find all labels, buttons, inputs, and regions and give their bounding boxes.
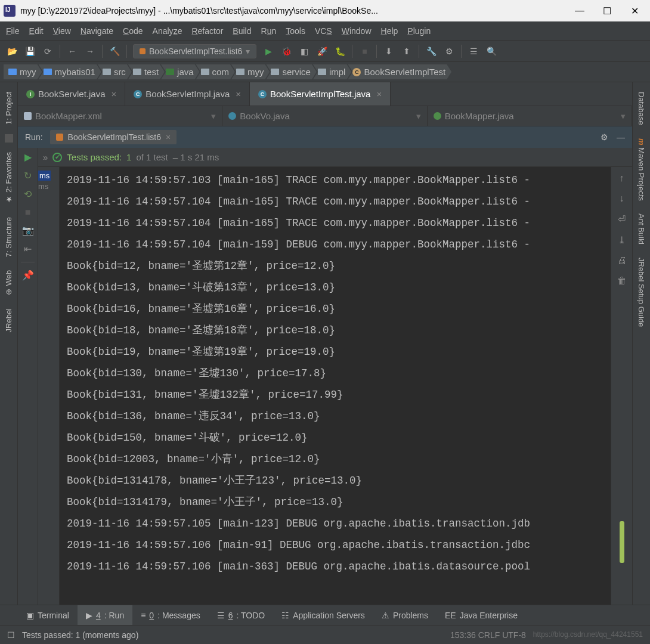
tab-bookservlet[interactable]: IBookServlet.java× bbox=[18, 82, 125, 106]
runconfig-icon bbox=[140, 48, 146, 54]
tab-web[interactable]: ⊕ Web bbox=[3, 267, 14, 299]
tab-maven[interactable]: m Maven Projects bbox=[636, 135, 647, 205]
open-icon[interactable]: 📂 bbox=[6, 45, 18, 57]
minimize-panel-icon[interactable]: — bbox=[617, 132, 625, 142]
run-config-selector[interactable]: BookServletImplTest.list6 ▾ bbox=[133, 44, 256, 58]
toggle-autotest-icon[interactable]: ⟲ bbox=[24, 188, 32, 200]
close-icon[interactable]: × bbox=[112, 89, 117, 99]
close-icon[interactable]: × bbox=[166, 132, 171, 142]
dump-icon[interactable]: 📷 bbox=[22, 225, 34, 236]
settings-icon[interactable]: ⚙ bbox=[443, 45, 455, 57]
crumb-class[interactable]: CBookServletImplTest bbox=[348, 64, 451, 79]
tab-jrebel[interactable]: JRebel bbox=[3, 305, 14, 336]
menu-help[interactable]: Help bbox=[381, 26, 398, 36]
close-button[interactable]: ✕ bbox=[629, 5, 640, 17]
tab-favorites[interactable]: ★ 2: Favorites bbox=[3, 148, 14, 208]
close-icon[interactable]: × bbox=[236, 89, 241, 99]
crumb-java[interactable]: java bbox=[161, 64, 200, 79]
forward-icon[interactable]: → bbox=[84, 45, 96, 57]
soft-wrap-icon[interactable]: ⏎ bbox=[618, 213, 626, 225]
vcs-update-icon[interactable]: ⬇ bbox=[383, 45, 395, 57]
build-icon[interactable]: 🔨 bbox=[109, 45, 120, 57]
up-icon[interactable]: ↑ bbox=[620, 173, 624, 184]
crumb-com[interactable]: com bbox=[196, 64, 235, 79]
tab-jrebel-guide[interactable]: JRebel Setup Guide bbox=[636, 254, 647, 330]
pin-icon[interactable]: 📌 bbox=[22, 270, 34, 281]
menu-tools[interactable]: Tools bbox=[286, 26, 305, 36]
tab-bookservletimpltest[interactable]: CBookServletImplTest.java× bbox=[250, 82, 391, 106]
close-icon[interactable]: × bbox=[376, 89, 382, 99]
clear-icon[interactable]: 🗑 bbox=[617, 275, 627, 286]
scroll-to-end-icon[interactable]: ⤓ bbox=[618, 234, 626, 246]
maximize-button[interactable]: ☐ bbox=[601, 5, 613, 17]
scrollbar-indicator[interactable] bbox=[620, 521, 624, 563]
gear-icon[interactable]: ⚙ bbox=[601, 132, 608, 142]
menu-window[interactable]: Window bbox=[342, 26, 372, 36]
search-icon[interactable]: 🔍 bbox=[485, 45, 497, 57]
server-icon: ☷ bbox=[281, 611, 289, 620]
main-toolbar: 📂 💾 ⟳ ← → 🔨 BookServletImplTest.list6 ▾ … bbox=[0, 41, 650, 62]
btab-appservers[interactable]: ☷Application Servers bbox=[273, 605, 373, 625]
menu-bar: File Edit View Navigate Code Analyze Ref… bbox=[0, 21, 650, 41]
crumb-test[interactable]: test bbox=[128, 64, 165, 79]
crumb-src[interactable]: src bbox=[98, 64, 132, 79]
chevron-down-icon: ▾ bbox=[246, 47, 250, 56]
tab-database[interactable]: Database bbox=[636, 88, 647, 129]
menu-code[interactable]: Code bbox=[123, 26, 143, 36]
rerun-button[interactable]: ▶ bbox=[24, 151, 32, 163]
run-button[interactable]: ▶ bbox=[262, 45, 274, 57]
tab-bookmapperxml[interactable]: BookMapper.xml▾ bbox=[18, 106, 222, 126]
jrebel-debug-icon[interactable]: 🐛 bbox=[334, 45, 346, 57]
console-output[interactable]: 2019-11-16 14:59:57.103 [main-165] TRACE… bbox=[60, 167, 611, 605]
menu-refactor[interactable]: Refactor bbox=[191, 26, 223, 36]
crumb-impl[interactable]: impl bbox=[313, 64, 352, 79]
menu-plugin[interactable]: Plugin bbox=[407, 26, 431, 36]
crumb-myy2[interactable]: myy bbox=[231, 64, 270, 79]
crumb-service[interactable]: service bbox=[266, 64, 317, 79]
crumb-myy[interactable]: myy bbox=[4, 64, 42, 79]
btab-terminal[interactable]: ▣Terminal bbox=[18, 605, 78, 625]
menu-file[interactable]: File bbox=[6, 26, 20, 36]
file-icon[interactable] bbox=[5, 134, 13, 143]
test-status-bar: » ✔ Tests passed: 1 of 1 test – 1 s 21 m… bbox=[38, 148, 632, 167]
tests-passed-label: Tests passed: bbox=[67, 152, 122, 162]
tab-bookvo[interactable]: BookVo.java▾ bbox=[222, 106, 427, 126]
run-tab[interactable]: BookServletImplTest.list6 × bbox=[50, 130, 177, 144]
menu-edit[interactable]: Edit bbox=[29, 26, 44, 36]
btab-javaee[interactable]: EEJava Enterprise bbox=[437, 605, 526, 625]
stop-button[interactable]: ■ bbox=[25, 207, 31, 218]
vcs-commit-icon[interactable]: ⬆ bbox=[401, 45, 413, 57]
crumb-mybatis01[interactable]: mybatis01 bbox=[39, 64, 101, 79]
save-icon[interactable]: 💾 bbox=[24, 45, 36, 57]
print-icon[interactable]: 🖨 bbox=[617, 255, 627, 266]
chevron-right-icon[interactable]: » bbox=[43, 152, 48, 162]
menu-vcs[interactable]: VCS bbox=[315, 26, 332, 36]
structure-icon[interactable]: ☰ bbox=[468, 45, 479, 57]
back-icon[interactable]: ← bbox=[66, 45, 78, 57]
btab-run[interactable]: ▶4: Run bbox=[78, 605, 132, 625]
tab-bookservletimpl[interactable]: CBookServletImpl.java× bbox=[125, 82, 250, 106]
tab-bookmapperjava[interactable]: BookMapper.java▾ bbox=[428, 106, 632, 126]
debug-button[interactable]: 🐞 bbox=[280, 45, 292, 57]
menu-view[interactable]: View bbox=[53, 26, 71, 36]
tab-structure[interactable]: 7: Structure bbox=[3, 213, 14, 261]
jrebel-run-icon[interactable]: 🚀 bbox=[316, 45, 328, 57]
btab-problems[interactable]: ⚠Problems bbox=[373, 605, 437, 625]
wrench-icon[interactable]: 🔧 bbox=[425, 45, 437, 57]
btab-todo[interactable]: ☰6: TODO bbox=[209, 605, 274, 625]
menu-run[interactable]: Run bbox=[261, 26, 277, 36]
tab-ant[interactable]: Ant Build bbox=[636, 210, 647, 248]
app-logo-icon bbox=[4, 5, 16, 17]
stop-icon[interactable]: ■ bbox=[358, 45, 370, 57]
tab-project[interactable]: 1: Project bbox=[3, 88, 14, 128]
menu-build[interactable]: Build bbox=[233, 26, 251, 36]
menu-analyze[interactable]: Analyze bbox=[153, 26, 182, 36]
btab-messages[interactable]: ≡0: Messages bbox=[132, 605, 209, 625]
rerun-failed-icon[interactable]: ↻ bbox=[24, 170, 32, 181]
down-icon[interactable]: ↓ bbox=[620, 193, 624, 204]
menu-navigate[interactable]: Navigate bbox=[81, 26, 113, 36]
sync-icon[interactable]: ⟳ bbox=[42, 45, 54, 57]
minimize-button[interactable]: — bbox=[574, 5, 586, 17]
exit-icon[interactable]: ⇤ bbox=[24, 243, 32, 255]
coverage-icon[interactable]: ◧ bbox=[298, 45, 310, 57]
